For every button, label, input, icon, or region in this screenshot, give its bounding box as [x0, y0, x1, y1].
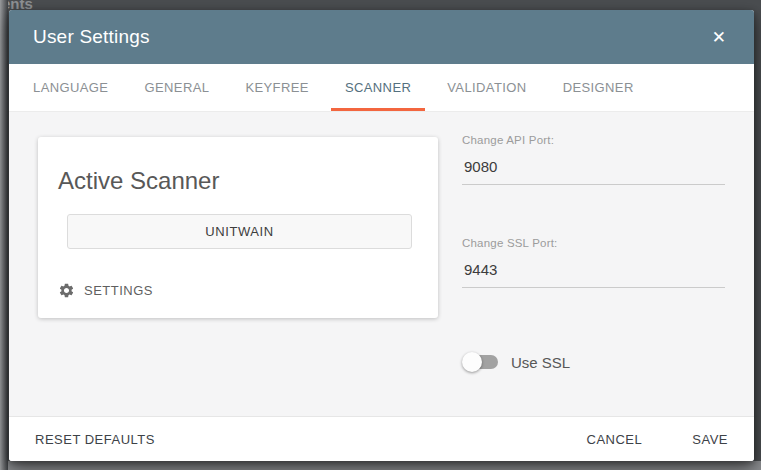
background-left-strip: [0, 0, 8, 470]
dialog-body: Active Scanner UNITWAIN SETTINGS Change …: [9, 112, 754, 416]
save-button[interactable]: SAVE: [690, 428, 730, 451]
cancel-button[interactable]: CANCEL: [585, 428, 645, 451]
use-ssl-label: Use SSL: [511, 354, 570, 371]
use-ssl-toggle[interactable]: [462, 352, 498, 372]
dialog-header: User Settings ✕: [9, 10, 754, 64]
tab-scanner[interactable]: SCANNER: [331, 64, 425, 111]
toggle-knob: [462, 352, 482, 372]
use-ssl-row: Use SSL: [462, 352, 725, 372]
scanner-settings-button[interactable]: SETTINGS: [58, 282, 438, 299]
user-settings-dialog: User Settings ✕ LANGUAGEGENERALKEYFREESC…: [9, 10, 754, 461]
tab-keyfree[interactable]: KEYFREE: [231, 64, 322, 111]
ports-column: Change API Port: Change SSL Port: Use SS…: [462, 134, 725, 416]
active-scanner-card: Active Scanner UNITWAIN SETTINGS: [38, 137, 438, 318]
background-clipped-text: ents: [2, 0, 82, 10]
api-port-label: Change API Port:: [462, 134, 725, 146]
reset-defaults-button[interactable]: RESET DEFAULTS: [33, 428, 157, 451]
tab-designer[interactable]: DESIGNER: [549, 64, 648, 111]
close-icon[interactable]: ✕: [708, 25, 730, 50]
unitwain-button[interactable]: UNITWAIN: [67, 214, 412, 249]
background-bottom-strip: [8, 461, 761, 470]
tab-language[interactable]: LANGUAGE: [19, 64, 122, 111]
settings-tab-bar: LANGUAGEGENERALKEYFREESCANNERVALIDATIOND…: [9, 64, 754, 112]
ssl-port-field-group: Change SSL Port:: [462, 237, 725, 288]
api-port-field-group: Change API Port:: [462, 134, 725, 185]
active-scanner-heading: Active Scanner: [58, 167, 438, 195]
gear-icon: [58, 282, 75, 299]
scanner-settings-label: SETTINGS: [84, 283, 153, 298]
ssl-port-label: Change SSL Port:: [462, 237, 725, 249]
tab-general[interactable]: GENERAL: [130, 64, 223, 111]
api-port-input[interactable]: [462, 156, 725, 185]
ssl-port-input[interactable]: [462, 259, 725, 288]
dialog-footer: RESET DEFAULTS CANCEL SAVE: [9, 416, 754, 461]
tab-validation[interactable]: VALIDATION: [433, 64, 540, 111]
dialog-title: User Settings: [33, 26, 150, 48]
